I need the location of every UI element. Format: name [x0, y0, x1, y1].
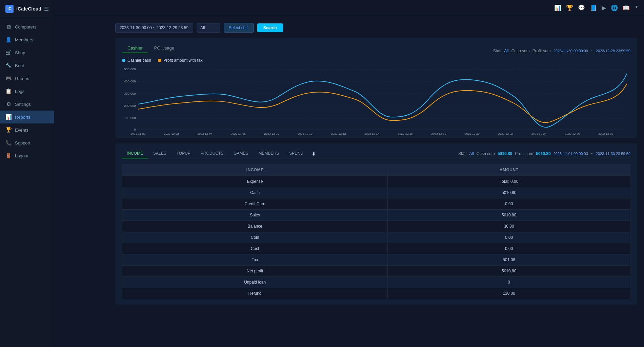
staff-value: All: [504, 49, 508, 53]
sidebar-item-settings[interactable]: ⚙ Settings: [0, 98, 54, 111]
main-content: All Select shift Search Cashier PC Usage…: [108, 16, 644, 347]
cashier-cash-label: Cashier cash: [127, 58, 151, 63]
menu-toggle-icon[interactable]: ☰: [44, 6, 49, 12]
income-cell: Credit Card: [122, 198, 388, 210]
tab-pc-usage[interactable]: PC Usage: [149, 43, 180, 53]
sidebar-item-label: Members: [15, 37, 33, 42]
topbar: 📊 🏆 💬 📘 ▶ 🌐 📖 ▼: [54, 0, 644, 16]
svg-text:2023-12-24: 2023-12-24: [531, 132, 546, 135]
table-row: Refund130.00: [122, 288, 630, 299]
profit-sum-label: Profit sum: [532, 49, 551, 53]
chat-icon[interactable]: 💬: [578, 4, 585, 12]
income-col-header: INCOME: [122, 164, 388, 176]
income-cell: Refund: [122, 288, 388, 299]
select-shift-button[interactable]: Select shift: [224, 23, 254, 33]
sidebar-item-boot[interactable]: 🔧 Boot: [0, 59, 54, 72]
logs-icon: 📋: [5, 88, 12, 94]
staff-label: Staff: [493, 49, 501, 53]
amount-cell: 5010.80: [388, 266, 630, 277]
bottom-profit-sum-label: Profit sum: [515, 151, 533, 156]
sidebar-item-members[interactable]: 👤 Members: [0, 33, 54, 46]
cash-sum-label: Cash sum: [511, 49, 530, 53]
cashier-cash-dot: [122, 59, 125, 62]
trophy-icon[interactable]: 🏆: [566, 4, 573, 12]
sidebar-logo: iC iCafeCloud ☰: [0, 0, 54, 18]
tab-topup[interactable]: TOPUP: [172, 149, 195, 158]
table-row: Coin0.00: [122, 232, 630, 243]
tab-members[interactable]: MEMBERS: [254, 149, 284, 158]
svg-text:0: 0: [134, 128, 136, 131]
svg-text:2023-12-28: 2023-12-28: [598, 132, 613, 135]
sidebar-item-logs[interactable]: 📋 Logs: [0, 85, 54, 98]
amount-cell: 5010.80: [388, 187, 630, 198]
bottom-profit-sum-value: 5010.80: [536, 151, 550, 156]
bottom-date-to: 2023-11-30 23:59:59: [596, 152, 630, 156]
sidebar-item-label: Support: [15, 140, 31, 146]
sidebar-item-label: Games: [15, 76, 29, 81]
table-row: Net profit5010.80: [122, 266, 630, 277]
table-row: Cash5010.80: [122, 187, 630, 198]
sidebar-item-shop[interactable]: 🛒 Shop: [0, 46, 54, 59]
table-row: Tax501.08: [122, 254, 630, 266]
svg-text:100,000: 100,000: [124, 116, 136, 120]
svg-text:2023-12-06: 2023-12-06: [231, 132, 246, 135]
globe-icon[interactable]: 🌐: [611, 4, 618, 12]
youtube-icon[interactable]: ▶: [602, 4, 606, 12]
sidebar: iC iCafeCloud ☰ 🖥 Computers 👤 Members 🛒 …: [0, 0, 54, 347]
book-icon[interactable]: 📖: [623, 4, 630, 12]
sidebar-nav: 🖥 Computers 👤 Members 🛒 Shop 🔧 Boot 🎮 Ga…: [0, 18, 54, 347]
chart-container: 500,000 400,000 300,000 200,000 100,000 …: [122, 67, 630, 135]
svg-text:2023-12-26: 2023-12-26: [565, 132, 580, 135]
svg-text:400,000: 400,000: [124, 80, 136, 83]
sidebar-item-label: Logs: [15, 89, 24, 94]
table-row: Cost0.00: [122, 243, 630, 254]
svg-text:2023-12-12: 2023-12-12: [331, 132, 346, 135]
income-cell: Sales: [122, 210, 388, 221]
svg-text:2023-12-04: 2023-12-04: [197, 132, 212, 135]
amount-cell: 130.00: [388, 288, 630, 299]
chart-svg: 500,000 400,000 300,000 200,000 100,000 …: [122, 67, 630, 135]
income-table: INCOME AMOUNT ExpenseTotal: 0.00Cash5010…: [122, 164, 630, 299]
filter-bar: All Select shift Search: [115, 23, 637, 33]
support-icon: 📞: [5, 140, 12, 146]
sidebar-item-label: Events: [15, 128, 28, 133]
income-cell: Balance: [122, 221, 388, 232]
events-icon: 🏆: [5, 127, 12, 133]
computers-icon: 🖥: [5, 24, 12, 30]
sidebar-item-computers[interactable]: 🖥 Computers: [0, 21, 54, 33]
table-row: Unpaid loan0: [122, 277, 630, 288]
logout-icon: 🚪: [5, 153, 12, 159]
tab-products[interactable]: PRODUCTS: [196, 149, 228, 158]
search-button[interactable]: Search: [257, 23, 283, 32]
bottom-staff-value: All: [469, 151, 474, 156]
table-row: Sales5010.80: [122, 210, 630, 221]
filter-select[interactable]: All: [197, 23, 220, 33]
amount-cell: Total: 0.00: [388, 176, 630, 187]
svg-text:2023-12-08: 2023-12-08: [264, 132, 279, 135]
dashboard-icon[interactable]: 📊: [554, 4, 561, 12]
svg-text:2023-12-22: 2023-12-22: [498, 132, 513, 135]
svg-text:500,000: 500,000: [124, 68, 136, 71]
download-icon[interactable]: ⬇: [309, 151, 316, 157]
app-logo-icon: iC: [5, 5, 14, 13]
tab-cashier[interactable]: Cashier: [122, 43, 148, 53]
tab-spend[interactable]: SPEND: [284, 149, 308, 158]
svg-text:2023-12-16: 2023-12-16: [398, 132, 413, 135]
sidebar-item-support[interactable]: 📞 Support: [0, 136, 54, 149]
table-row: ExpenseTotal: 0.00: [122, 176, 630, 187]
date-range-input[interactable]: [115, 23, 193, 33]
chevron-down-icon[interactable]: ▼: [635, 4, 639, 12]
sidebar-item-games[interactable]: 🎮 Games: [0, 72, 54, 85]
income-cell: Coin: [122, 232, 388, 243]
sidebar-item-reports[interactable]: 📊 Reports: [0, 111, 54, 123]
income-cell: Net profit: [122, 266, 388, 277]
svg-text:2023-12-14: 2023-12-14: [364, 132, 379, 135]
svg-text:2023-11-30: 2023-11-30: [130, 132, 145, 135]
tab-games[interactable]: GAMES: [229, 149, 253, 158]
tab-sales[interactable]: SALES: [148, 149, 171, 158]
boot-icon: 🔧: [5, 62, 12, 69]
tab-income[interactable]: INCOME: [122, 149, 148, 158]
sidebar-item-events[interactable]: 🏆 Events: [0, 123, 54, 136]
facebook-icon[interactable]: 📘: [590, 4, 597, 12]
sidebar-item-logout[interactable]: 🚪 Logout: [0, 149, 54, 162]
